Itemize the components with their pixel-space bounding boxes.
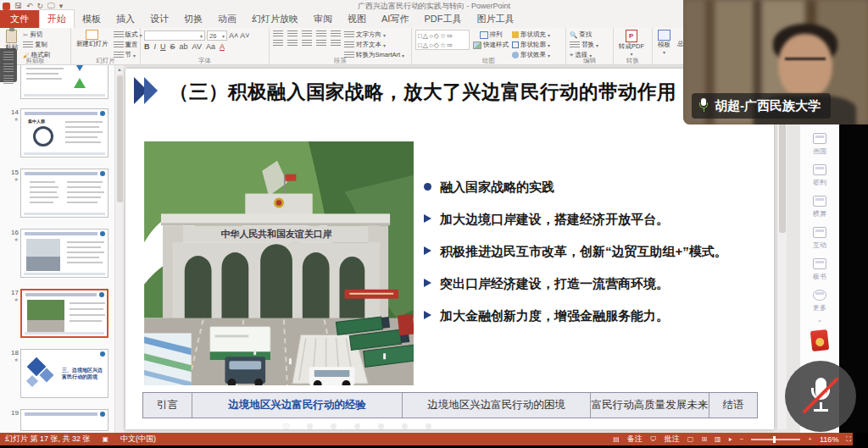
- comments-toggle[interactable]: 批注: [665, 434, 680, 445]
- red-packet-icon[interactable]: [810, 329, 829, 351]
- shape-gallery[interactable]: □△○◇☆⇨□△○◇☆⇨: [415, 30, 470, 50]
- bold-icon[interactable]: B: [144, 42, 150, 51]
- shrink-font-icon[interactable]: A˅: [240, 31, 249, 40]
- slide-number-status[interactable]: 幻灯片 第 17 张, 共 32 张: [5, 434, 91, 445]
- reading-view-icon[interactable]: ▥: [715, 435, 721, 443]
- replace-button[interactable]: 替换▾: [570, 41, 598, 49]
- zoom-out-icon[interactable]: −: [740, 435, 744, 443]
- tab-ai-writer[interactable]: AI写作: [374, 10, 416, 28]
- thumbnail-slide-13[interactable]: 13★: [3, 65, 108, 99]
- webcam-overlay[interactable]: 胡超-广西民族大学: [683, 0, 868, 124]
- template-button[interactable]: 模板 ▾: [656, 30, 672, 57]
- font-size-select[interactable]: 26▾: [207, 30, 227, 41]
- font-name-select[interactable]: ▾: [144, 30, 205, 41]
- nav-dilemma[interactable]: 边境地区兴边富民行动的困境: [403, 393, 591, 418]
- layout-button[interactable]: 版式▾: [114, 30, 142, 39]
- sidebar-item-screen[interactable]: 画面: [800, 124, 839, 156]
- shadow-icon[interactable]: ab: [180, 42, 188, 51]
- bullets-icon[interactable]: [273, 30, 283, 38]
- tab-animations[interactable]: 动画: [210, 10, 244, 28]
- tab-pdf-tools[interactable]: PDF工具: [416, 10, 469, 28]
- slideshow-view-icon[interactable]: ▸: [729, 435, 732, 443]
- tab-insert[interactable]: 插入: [108, 10, 142, 28]
- sidebar-item-interact[interactable]: 互动: [800, 218, 839, 250]
- increase-indent-icon[interactable]: [316, 30, 326, 38]
- shape-fill-button[interactable]: 形状填充▾: [512, 30, 550, 39]
- sidebar-item-checkin[interactable]: 签到: [800, 156, 839, 187]
- numbering-icon[interactable]: [287, 30, 298, 38]
- collapse-chevron-icon[interactable]: ⌃: [800, 312, 839, 327]
- nav-conclusion[interactable]: 结语: [709, 393, 757, 418]
- columns-icon[interactable]: [331, 40, 341, 47]
- justify-icon[interactable]: [316, 40, 326, 47]
- bullet-list[interactable]: 融入国家战略的实践 加大边境口岸建设，搭建经济开放平台。 积极推进边民互市改革，…: [424, 179, 766, 324]
- thumbnail-slide-14[interactable]: 14★ 集中人群: [3, 108, 108, 158]
- underline-icon[interactable]: U: [160, 42, 166, 51]
- nav-future[interactable]: 兴边富民行动高质量发展未来转向: [591, 393, 709, 418]
- cut-button[interactable]: ✂剪切: [23, 30, 50, 39]
- sidebar-item-more[interactable]: 更多: [800, 281, 839, 312]
- change-case-icon[interactable]: Aa: [206, 42, 215, 51]
- slide-sorter-icon[interactable]: ⊞: [701, 435, 707, 443]
- quick-styles-button[interactable]: 快速样式: [473, 41, 509, 49]
- thumbnail-slide-15[interactable]: 15★: [3, 169, 108, 218]
- tab-view[interactable]: 视图: [340, 10, 374, 28]
- grow-font-icon[interactable]: A˄: [229, 31, 238, 40]
- zoom-in-icon[interactable]: +: [808, 435, 812, 443]
- animation-star-icon: ★: [14, 236, 19, 243]
- slide-canvas[interactable]: （三）积极融入国家战略，放大了兴边富民行动的带动作用 中华人民共和国友谊关口岸: [125, 69, 774, 429]
- border-gate-photo[interactable]: 中华人民共和国友谊关口岸: [144, 141, 414, 385]
- tab-transitions[interactable]: 切换: [176, 10, 210, 28]
- thumbnail-slide-18[interactable]: 18★ 三、边境地区兴边富民行动的困境: [3, 349, 108, 398]
- notes-icon[interactable]: ▤: [613, 435, 620, 443]
- sidebar-item-board[interactable]: 板书: [800, 250, 839, 281]
- tab-review[interactable]: 审阅: [306, 10, 340, 28]
- fit-to-window-icon[interactable]: ⛶: [846, 435, 851, 444]
- accessibility-icon[interactable]: ▣: [103, 435, 109, 443]
- tab-picture-tools[interactable]: 图片工具: [469, 10, 521, 28]
- thumbnail-slide-16[interactable]: 16★: [3, 229, 108, 278]
- tab-template[interactable]: 模板: [75, 10, 108, 28]
- text-direction-button[interactable]: 文字方向▾: [344, 30, 404, 39]
- line-spacing-icon[interactable]: [331, 30, 341, 38]
- italic-icon[interactable]: I: [154, 42, 157, 51]
- mini-logo-icon: [99, 292, 104, 297]
- char-spacing-icon[interactable]: AV: [192, 42, 202, 51]
- strikethrough-icon[interactable]: S: [170, 42, 175, 51]
- thumbnail-slide-19[interactable]: 19: [3, 409, 108, 431]
- thumbnail-slide-17-selected[interactable]: 17★: [3, 289, 108, 338]
- copy-button[interactable]: 复制: [23, 41, 50, 49]
- decrease-indent-icon[interactable]: [302, 30, 312, 38]
- normal-view-icon[interactable]: ▢: [687, 435, 694, 443]
- scroll-up-icon[interactable]: ▲: [115, 65, 124, 72]
- tab-slideshow[interactable]: 幻灯片放映: [244, 10, 306, 28]
- align-center-icon[interactable]: [287, 40, 298, 47]
- find-button[interactable]: 🔍查找: [570, 30, 598, 39]
- thumbnail-scrollbar[interactable]: ▲: [114, 65, 124, 433]
- slide-title[interactable]: （三）积极融入国家战略，放大了兴边富民行动的带动作用: [170, 79, 763, 105]
- gate-inscription: 中华人民共和国友谊关口岸: [221, 229, 332, 240]
- notes-toggle[interactable]: 备注: [627, 434, 643, 445]
- arrange-button[interactable]: 排列: [480, 30, 503, 39]
- align-left-icon[interactable]: [273, 40, 283, 47]
- sidebar-item-landscape[interactable]: 横屏: [800, 187, 839, 218]
- group-slides: 新建幻灯片 版式▾ 重置 节▾ 幻灯片: [71, 28, 141, 65]
- comments-icon[interactable]: 🗩: [650, 435, 657, 443]
- align-right-icon[interactable]: [302, 40, 312, 47]
- language-status[interactable]: 中文(中国): [120, 434, 156, 445]
- zoom-level[interactable]: 116%: [820, 435, 838, 444]
- shape-outline-button[interactable]: 形状轮廓▾: [512, 41, 550, 49]
- reset-button[interactable]: 重置: [114, 41, 142, 49]
- font-color-icon[interactable]: A: [220, 42, 225, 51]
- convert-to-pdf-button[interactable]: 转成PDF ▾: [617, 30, 646, 57]
- zoom-slider[interactable]: [751, 439, 800, 440]
- nav-experience-active[interactable]: 边境地区兴边富民行动的经验: [192, 393, 403, 418]
- new-slide-button[interactable]: 新建幻灯片: [75, 30, 110, 57]
- align-text-button[interactable]: 对齐文本▾: [344, 41, 404, 49]
- annotation-widget[interactable]: [0, 48, 17, 82]
- tab-file[interactable]: 文件: [0, 10, 39, 28]
- tab-design[interactable]: 设计: [142, 10, 176, 28]
- mic-muted-button[interactable]: [785, 361, 856, 432]
- tab-home[interactable]: 开始: [39, 9, 75, 28]
- nav-intro[interactable]: 引言: [143, 393, 192, 418]
